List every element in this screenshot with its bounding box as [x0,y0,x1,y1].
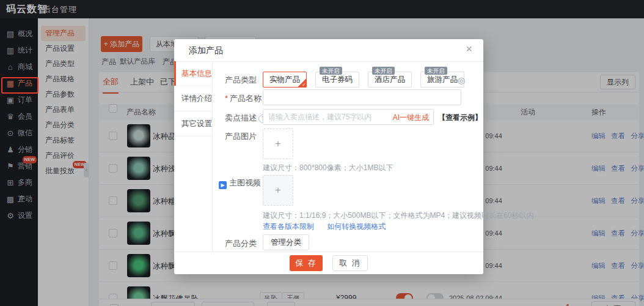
video-upload-box[interactable]: + [263,175,293,206]
close-icon[interactable]: × [466,43,472,56]
product-type-option[interactable]: 实物产品 ✓ [263,72,307,88]
manage-category-button[interactable]: 管理分类 [263,234,309,250]
unopened-badge: 未开启 [425,67,447,75]
video-help-links: 查看各版本限制 如何转换视频格式 [263,222,397,232]
cancel-button[interactable]: 取 消 [332,255,368,271]
modal-tabs: 基本信息 详情介绍 其它设置 [174,61,213,252]
required-asterisk: * [225,94,228,103]
preview-eye-icon[interactable]: ◎ [458,75,465,85]
view-example-link[interactable]: 【查看示例】 [438,113,482,123]
modal-tab[interactable]: 详情介绍 [174,86,212,111]
image-size-hint: 建议尺寸：800*800像素；大小1MB以下 [263,163,393,173]
selling-point-label: 卖点描述? [225,113,267,124]
image-upload-box[interactable]: + [263,129,293,159]
product-image-label: 产品图片 [225,131,257,142]
product-type-label: 产品类型 [225,75,257,86]
modal-title: 添加产品 [189,39,223,61]
modal-tab[interactable]: 基本信息 [174,61,212,86]
version-limit-link[interactable]: 查看各版本限制 [263,222,314,231]
main-video-label: ▶主图视频 [219,177,261,189]
product-category-label: 产品分类 [225,238,257,249]
convert-format-link[interactable]: 如何转换视频格式 [327,222,386,231]
modal-body: 产品类型 实物产品 ✓ 未开启 电子券码 [212,61,483,252]
modal-footer: 保 存 取 消 [174,252,483,274]
product-type-option[interactable]: 未开启 酒店产品 [368,72,412,88]
selected-check-icon: ✓ [298,78,307,88]
ai-generate-link[interactable]: AI一键生成 [393,113,429,123]
add-product-modal: 添加产品 × 基本信息 详情介绍 其它设置 产品类型 [174,39,483,274]
modal-header: 添加产品 × [174,39,483,62]
video-badge-icon: ▶ [219,181,227,189]
screen: 码云数智 后台管理 ▤ 概况 ▥ 统计 ⌂ 商城 ▦ [0,0,644,306]
unopened-badge: 未开启 [372,67,395,75]
product-type-options: 实物产品 ✓ 未开启 电子券码 未开启 酒店产品 [263,72,473,88]
save-button[interactable]: 保 存 [290,255,323,271]
product-menu-highlight-box [1,77,38,94]
product-type-option[interactable]: 未开启 电子券码 [315,72,359,88]
unopened-badge: 未开启 [320,67,342,75]
video-size-hint: 建议尺寸：1:1/16:9；大小500MB以下；文件格式为MP4；建议视频时长在… [263,211,533,221]
modal-tab[interactable]: 其它设置 [174,111,212,136]
product-name-input[interactable] [263,89,461,105]
product-name-label: *产品名称 [225,93,262,104]
